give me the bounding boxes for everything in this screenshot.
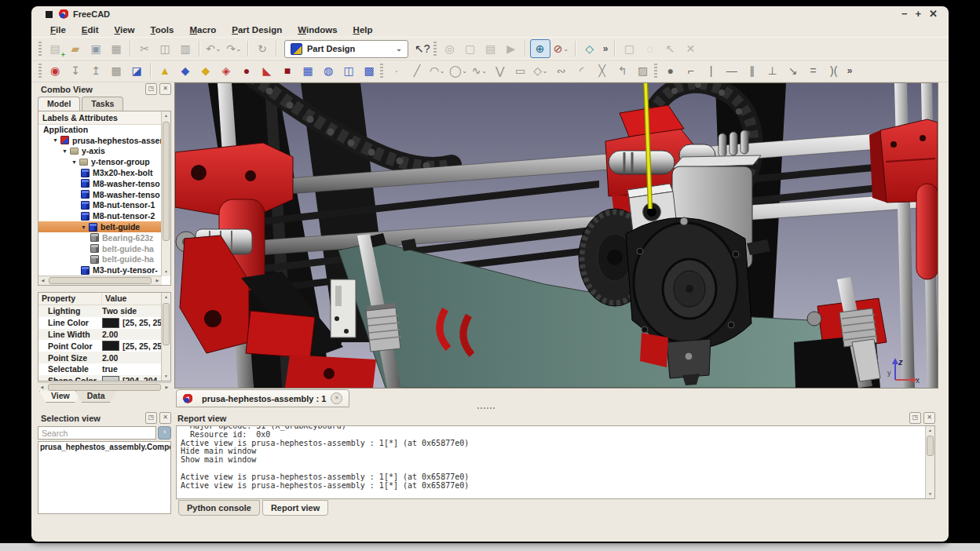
close-panel-icon[interactable]: ✕ bbox=[159, 83, 171, 95]
tab-report-view[interactable]: Report view bbox=[262, 500, 328, 516]
constraint-point-on-object-button[interactable]: ⌐ bbox=[682, 62, 700, 79]
close-button[interactable]: ✕ bbox=[929, 9, 938, 20]
toolbar-overflow-button[interactable]: » bbox=[844, 65, 856, 76]
sketch-fillet-button[interactable]: ◜ bbox=[572, 62, 591, 79]
maximize-button[interactable]: + bbox=[916, 9, 922, 20]
sketch-circle-button[interactable]: ◯⌄ bbox=[448, 62, 469, 79]
macro-play-button[interactable]: ▶ bbox=[502, 40, 521, 57]
subtractive-primitive-button[interactable]: ■ bbox=[278, 62, 297, 79]
menu-tools[interactable]: Tools bbox=[143, 24, 182, 36]
float-panel-icon[interactable]: ◳ bbox=[145, 83, 157, 95]
chevron-down-icon[interactable]: ⌄ bbox=[439, 68, 445, 75]
constraint-horizontal-button[interactable]: — bbox=[722, 62, 741, 79]
redo-button[interactable]: ↷⌄ bbox=[225, 40, 243, 57]
pad-button[interactable]: ▲ bbox=[155, 62, 174, 79]
expand-arrow-icon[interactable]: ▼ bbox=[53, 137, 60, 143]
multitransform-button[interactable]: ▩ bbox=[360, 62, 378, 79]
chevron-down-icon[interactable]: ⌄ bbox=[236, 46, 242, 53]
sketch-polygon-button[interactable]: ◇⌄ bbox=[532, 62, 550, 79]
property-row-shape-color[interactable]: Shape Color[204, 204, bbox=[38, 375, 170, 381]
mirrored-button[interactable]: ◫ bbox=[339, 62, 358, 79]
leave-sketch-button[interactable]: ↧ bbox=[66, 62, 85, 79]
tree-item-m3x20-hex-bolt[interactable]: M3x20-hex-bolt bbox=[38, 167, 162, 178]
tree-item-belt-guide[interactable]: ▼belt-guide bbox=[38, 221, 162, 232]
property-row-lighting[interactable]: LightingTwo side bbox=[38, 305, 170, 317]
scroll-thumb[interactable] bbox=[927, 436, 934, 456]
tree-item-m8-nut-tensor-2[interactable]: M8-nut-tensor-2 bbox=[38, 210, 162, 221]
scroll-up-icon[interactable]: ▲ bbox=[162, 111, 170, 120]
float-panel-icon[interactable]: ◳ bbox=[909, 412, 921, 424]
property-row-line-width[interactable]: Line Width2.00 bbox=[38, 329, 170, 341]
whats-this-button[interactable]: ↖? bbox=[413, 40, 432, 57]
chevron-down-icon[interactable]: ⌄ bbox=[542, 68, 548, 75]
menu-part-design[interactable]: Part Design bbox=[224, 24, 290, 36]
close-panel-icon[interactable]: ✕ bbox=[923, 412, 935, 424]
expand-arrow-icon[interactable]: ▼ bbox=[62, 148, 70, 154]
sketch-trim-button[interactable]: ╳ bbox=[593, 62, 612, 79]
workbench-selector[interactable]: Part Design⌄ bbox=[284, 40, 408, 58]
close-document-icon[interactable]: ✕ bbox=[331, 392, 342, 404]
app-menu-icon[interactable] bbox=[46, 11, 53, 18]
tree-item-m3-nut-y-tensor-[interactable]: M3-nut-y-tensor- bbox=[38, 265, 162, 276]
property-row-line-color[interactable]: Line Color[25, 25, 25] bbox=[38, 317, 170, 329]
tab-python-console[interactable]: Python console bbox=[178, 500, 260, 516]
cut-button[interactable]: ✂ bbox=[135, 40, 154, 57]
scroll-down-icon[interactable]: ▼ bbox=[926, 490, 934, 498]
chevron-down-icon[interactable]: ⌄ bbox=[481, 68, 488, 75]
open-document-button[interactable]: ▰ bbox=[66, 40, 85, 57]
external-geometry-button[interactable]: ↰ bbox=[613, 62, 632, 79]
scroll-right-icon[interactable]: ▶ bbox=[153, 276, 162, 285]
chamfer-button[interactable]: ◣ bbox=[258, 62, 276, 79]
save-document-button[interactable]: ▣ bbox=[86, 40, 105, 57]
scroll-thumb[interactable] bbox=[163, 303, 170, 345]
menu-macro[interactable]: Macro bbox=[181, 24, 224, 36]
undo-button[interactable]: ↶⌄ bbox=[204, 40, 223, 57]
tab-view[interactable]: View bbox=[39, 391, 82, 403]
constraint-tangent-button[interactable]: ↘ bbox=[784, 62, 803, 79]
paste-button[interactable]: ▥ bbox=[176, 40, 195, 57]
tree-item-y-axis[interactable]: ▼y-axis bbox=[38, 146, 162, 157]
constraint-perpendicular-button[interactable]: ⊥ bbox=[763, 62, 782, 79]
refresh-button[interactable]: ↻ bbox=[253, 40, 272, 57]
tree-item-y-tensor-group[interactable]: ▼y-tensor-group bbox=[38, 156, 162, 167]
report-console[interactable]: Major opcode: 31 (X_GrabKeyboard) Resour… bbox=[176, 425, 935, 499]
sketch-arc-button[interactable]: ◠⌄ bbox=[428, 62, 447, 79]
tab-model[interactable]: Model bbox=[38, 97, 80, 111]
linear-pattern-button[interactable]: ▦ bbox=[298, 62, 317, 79]
box-element-selection-button[interactable]: ◌ bbox=[640, 40, 659, 57]
print-button[interactable]: ▦ bbox=[107, 40, 126, 57]
create-body-button[interactable]: ◪ bbox=[127, 62, 146, 79]
chevron-down-icon[interactable]: ⌄ bbox=[462, 68, 468, 75]
scroll-right-icon[interactable]: ▶ bbox=[163, 383, 171, 392]
tree-item-application[interactable]: Application bbox=[38, 124, 162, 135]
scroll-thumb[interactable] bbox=[49, 277, 152, 284]
property-vscrollbar[interactable]: ▲ ▼ bbox=[161, 293, 170, 381]
constraint-vertical-button[interactable]: | bbox=[702, 62, 721, 79]
tree-item-belt-guide-ha[interactable]: belt-guide-ha bbox=[38, 243, 162, 254]
menu-view[interactable]: View bbox=[107, 24, 143, 36]
titlebar[interactable]: FreeCAD − + ✕ bbox=[31, 6, 949, 22]
macro-stop-button[interactable]: ▢ bbox=[461, 40, 480, 57]
box-selection-button[interactable]: ▢ bbox=[620, 40, 638, 57]
clear-selection-button[interactable]: ✕ bbox=[681, 40, 700, 57]
3d-scene-svg[interactable]: z y x bbox=[175, 83, 938, 388]
macro-record-button[interactable]: ◎ bbox=[441, 40, 459, 57]
scroll-up-icon[interactable]: ▲ bbox=[162, 293, 170, 301]
3d-viewport[interactable]: z y x bbox=[174, 82, 938, 389]
expand-arrow-icon[interactable]: ▼ bbox=[71, 159, 79, 165]
tree-vscrollbar[interactable]: ▲ ▼ bbox=[161, 111, 170, 276]
fit-all-button[interactable]: ⊕ bbox=[530, 39, 550, 58]
tab-data[interactable]: Data bbox=[75, 391, 117, 403]
axonometric-view-button[interactable]: ◇ bbox=[580, 40, 599, 57]
sketch-polyline-button[interactable]: ⋁ bbox=[491, 62, 510, 79]
tree-item-m8-washer-tenso[interactable]: M8-washer-tenso bbox=[38, 178, 162, 189]
scroll-left-icon[interactable]: ◀ bbox=[38, 276, 47, 285]
edit-sketch-button[interactable]: ◉ bbox=[46, 62, 64, 79]
tree-hscrollbar[interactable]: ◀ ▶ bbox=[38, 276, 162, 285]
chevron-down-icon[interactable]: ⌄ bbox=[563, 46, 569, 53]
sketch-point-button[interactable]: ∙ bbox=[387, 62, 406, 79]
pocket-button[interactable]: ◈ bbox=[217, 62, 236, 79]
groove-button[interactable]: ◆ bbox=[196, 62, 215, 79]
constraint-coincident-button[interactable]: ● bbox=[661, 62, 680, 79]
sketch-conic-button[interactable]: ∿⌄ bbox=[470, 62, 489, 79]
